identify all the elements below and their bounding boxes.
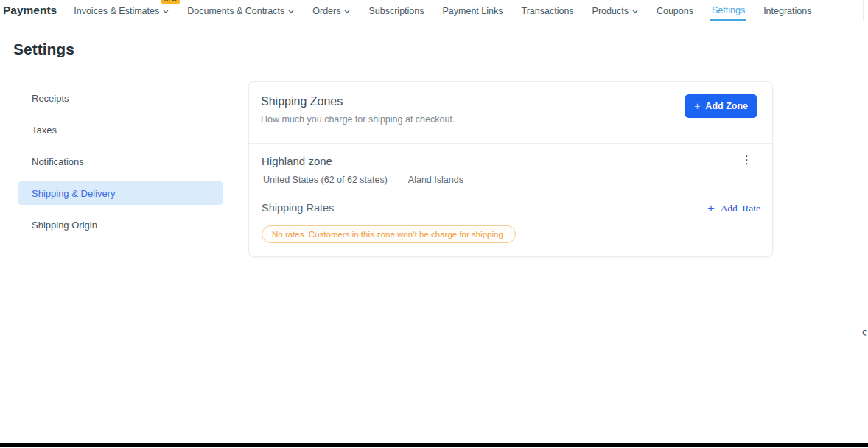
nav-item-orders[interactable]: Orders bbox=[311, 0, 351, 21]
nav-label: Coupons bbox=[657, 6, 693, 16]
plus-icon: + bbox=[707, 203, 714, 214]
card-subtitle: How much you charge for shipping at chec… bbox=[261, 114, 455, 125]
nav-label: Products bbox=[592, 6, 629, 16]
rates-divider bbox=[262, 220, 760, 220]
nav-item-transactions[interactable]: Transactions bbox=[519, 0, 575, 21]
chevron-down-icon bbox=[344, 10, 350, 13]
nav-label: Subscriptions bbox=[368, 6, 424, 16]
shipping-zones-card: Shipping Zones How much you charge for s… bbox=[248, 81, 773, 257]
sidebar-item-taxes[interactable]: Taxes bbox=[18, 118, 223, 141]
page-title: Settings bbox=[13, 41, 74, 58]
nav-item-settings[interactable]: Settings bbox=[710, 0, 746, 21]
add-zone-label: Add Zone bbox=[705, 101, 748, 111]
nav-item-payment-links[interactable]: Payment Links bbox=[441, 0, 505, 21]
nav-item-products[interactable]: Products bbox=[591, 0, 640, 21]
add-rate-label: Add Rate bbox=[721, 203, 760, 214]
chevron-down-icon bbox=[288, 10, 294, 13]
add-rate-button[interactable]: + Add Rate bbox=[707, 203, 760, 214]
sidebar-item-notifications[interactable]: Notifications bbox=[18, 150, 223, 173]
window-bottom-edge bbox=[0, 443, 868, 447]
card-title: Shipping Zones bbox=[261, 94, 455, 109]
brand-payments[interactable]: Payments bbox=[3, 4, 57, 17]
plus-icon: + bbox=[694, 100, 700, 112]
sidebar-item-receipts[interactable]: Receipts bbox=[18, 86, 223, 110]
nav-menu: Invoices & Estimates NEW Documents & Con… bbox=[72, 0, 813, 21]
zone-name: Highland zone bbox=[262, 154, 332, 168]
payments-settings-page: Payments Invoices & Estimates NEW Docume… bbox=[0, 0, 868, 448]
sidebar-item-shipping-delivery[interactable]: Shipping & Delivery bbox=[18, 181, 223, 205]
chevron-down-icon bbox=[632, 10, 638, 13]
card-header-text: Shipping Zones How much you charge for s… bbox=[261, 94, 455, 125]
sidebar-item-shipping-origin[interactable]: Shipping Origin bbox=[18, 213, 223, 237]
nav-item-integrations[interactable]: Integrations bbox=[762, 0, 813, 21]
nav-label: Integrations bbox=[763, 6, 811, 16]
nav-label: Payment Links bbox=[443, 6, 503, 16]
add-zone-button[interactable]: + Add Zone bbox=[685, 94, 757, 118]
rates-title: Shipping Rates bbox=[262, 202, 334, 214]
nav-item-subscriptions[interactable]: Subscriptions bbox=[367, 0, 425, 21]
shipping-rates-header: Shipping Rates + Add Rate bbox=[262, 202, 760, 214]
zone-header: Highland zone ⋮ bbox=[262, 154, 760, 168]
nav-item-invoices-estimates[interactable]: Invoices & Estimates NEW bbox=[72, 0, 170, 21]
top-nav: Payments Invoices & Estimates NEW Docume… bbox=[0, 0, 859, 21]
zone-section: Highland zone ⋮ United States (62 of 62 … bbox=[249, 144, 772, 243]
nav-item-coupons[interactable]: Coupons bbox=[655, 0, 695, 21]
stray-glyph: ς bbox=[862, 327, 867, 337]
nav-label: Documents & Contracts bbox=[187, 6, 284, 16]
nav-label: Invoices & Estimates bbox=[74, 6, 159, 16]
settings-sidebar: Receipts Taxes Notifications Shipping & … bbox=[18, 86, 223, 245]
card-header: Shipping Zones How much you charge for s… bbox=[249, 82, 772, 143]
nav-label: Settings bbox=[712, 5, 745, 15]
kebab-menu-icon[interactable]: ⋮ bbox=[739, 155, 755, 166]
nav-label: Orders bbox=[312, 6, 340, 16]
chevron-down-icon bbox=[163, 10, 169, 13]
new-badge: NEW bbox=[161, 0, 180, 4]
nav-right-divider bbox=[863, 0, 864, 21]
nav-label: Transactions bbox=[521, 6, 573, 16]
zone-region: United States (62 of 62 states) bbox=[263, 175, 388, 186]
nav-item-documents-contracts[interactable]: Documents & Contracts bbox=[186, 0, 295, 21]
zone-region: Aland Islands bbox=[408, 175, 463, 186]
no-rates-warning: No rates. Customers in this zone won’t b… bbox=[262, 225, 516, 243]
zone-regions: United States (62 of 62 states) Aland Is… bbox=[262, 175, 760, 186]
